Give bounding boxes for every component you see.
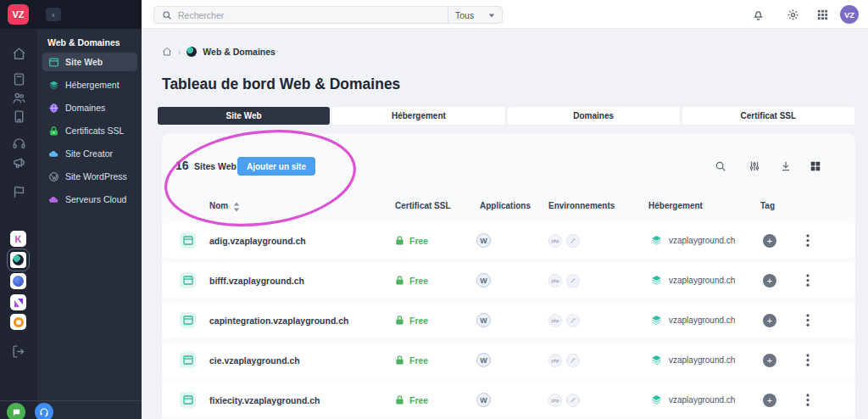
php-badge[interactable]: php bbox=[548, 314, 562, 327]
app-orange-ring-icon[interactable] bbox=[10, 314, 26, 330]
app-web-domains-icon[interactable] bbox=[10, 252, 26, 268]
table-row[interactable]: fixiecity.vzaplayground.ch Free W php vz… bbox=[162, 383, 855, 417]
announcement-megaphone-icon[interactable] bbox=[9, 153, 28, 171]
pencil-badge-icon[interactable] bbox=[566, 354, 580, 367]
php-badge[interactable]: php bbox=[548, 354, 562, 367]
table-row[interactable]: cie.vzaplayground.ch Free W php vzaplayg… bbox=[162, 343, 855, 377]
apps-grid-icon[interactable] bbox=[812, 4, 832, 25]
pencil-badge-icon[interactable] bbox=[566, 274, 580, 288]
feedback-flag-icon[interactable] bbox=[9, 182, 28, 201]
environments: php bbox=[548, 343, 580, 377]
application-wordpress[interactable]: W bbox=[476, 223, 491, 258]
logout-icon[interactable] bbox=[9, 342, 28, 360]
site-name[interactable]: cie.vzaplayground.ch bbox=[209, 343, 300, 377]
column-header-applications[interactable]: Applications bbox=[480, 201, 531, 210]
site-name[interactable]: bifff.vzaplayground.ch bbox=[209, 263, 304, 298]
column-header-nom[interactable]: Nom bbox=[209, 201, 228, 210]
search-scope-dropdown[interactable]: Tous bbox=[448, 7, 502, 23]
hosting[interactable]: vzaplayground.ch bbox=[651, 343, 735, 377]
hosting[interactable]: vzaplayground.ch bbox=[651, 383, 735, 417]
sidebar-item-site-web[interactable]: Site Web bbox=[42, 53, 137, 71]
organization-building-icon[interactable] bbox=[9, 107, 28, 126]
php-badge[interactable]: php bbox=[548, 234, 562, 248]
sidebar-item-site-creator[interactable]: Site Creator bbox=[42, 144, 137, 163]
table-download-icon[interactable] bbox=[776, 156, 796, 176]
add-tag-icon[interactable]: + bbox=[763, 314, 776, 327]
settings-gear-icon[interactable] bbox=[782, 4, 803, 25]
ssl-lock-icon bbox=[395, 315, 404, 326]
app-purple-shapes-icon[interactable] bbox=[10, 294, 26, 310]
add-tag-icon[interactable]: + bbox=[763, 234, 776, 248]
tab-site-web[interactable]: Site Web bbox=[158, 107, 330, 125]
site-name[interactable]: fixiecity.vzaplayground.ch bbox=[209, 383, 320, 417]
application-wordpress[interactable]: W bbox=[476, 303, 491, 338]
sidebar-item-site-wordpress[interactable]: Site WordPress bbox=[42, 167, 137, 186]
global-search[interactable]: Tous bbox=[153, 6, 503, 24]
add-tag-icon[interactable]: + bbox=[763, 274, 776, 288]
chat-button[interactable] bbox=[7, 403, 25, 419]
environments: php bbox=[548, 383, 580, 417]
php-badge[interactable]: php bbox=[548, 394, 562, 407]
row-menu-icon[interactable] bbox=[802, 303, 814, 338]
app-kdrive-icon[interactable]: K bbox=[10, 231, 26, 247]
application-wordpress[interactable]: W bbox=[476, 263, 491, 298]
billing-calculator-icon[interactable] bbox=[9, 70, 28, 88]
table-row[interactable]: capintegration.vzaplayground.ch Free W p… bbox=[162, 303, 855, 338]
add-tag-icon[interactable]: + bbox=[763, 354, 776, 367]
sidebar-item-certificats-ssl[interactable]: Certificats SSL bbox=[42, 121, 137, 140]
home-icon[interactable] bbox=[9, 44, 28, 63]
row-menu-icon[interactable] bbox=[802, 263, 814, 298]
sidebar-item-hebergement[interactable]: Hébergement bbox=[42, 75, 137, 94]
php-badge[interactable]: php bbox=[548, 274, 562, 288]
table-filter-icon[interactable] bbox=[744, 156, 765, 176]
support-headset-icon[interactable] bbox=[9, 134, 28, 153]
column-header-tag[interactable]: Tag bbox=[760, 201, 775, 210]
notifications-bell-icon[interactable] bbox=[748, 4, 768, 25]
table-search-icon[interactable] bbox=[710, 156, 731, 176]
application-wordpress[interactable]: W bbox=[476, 383, 491, 417]
hosting[interactable]: vzaplayground.ch bbox=[651, 223, 735, 258]
search-input[interactable] bbox=[178, 10, 432, 20]
breadcrumb-product-icon bbox=[186, 47, 197, 57]
tag-cell: + bbox=[763, 343, 776, 377]
sidebar-collapse-button[interactable]: ‹ bbox=[46, 8, 61, 21]
application-wordpress[interactable]: W bbox=[476, 343, 491, 377]
add-site-button[interactable]: Ajouter un site bbox=[237, 157, 315, 176]
row-menu-icon[interactable] bbox=[802, 223, 814, 258]
wordpress-badge-icon: W bbox=[476, 313, 491, 327]
hosting[interactable]: vzaplayground.ch bbox=[651, 303, 735, 338]
breadcrumb-current[interactable]: Web & Domaines bbox=[203, 47, 275, 57]
table-row[interactable]: adig.vzaplayground.ch Free W php vzaplay… bbox=[162, 223, 855, 258]
pencil-badge-icon[interactable] bbox=[566, 314, 580, 327]
assistance-button[interactable] bbox=[35, 403, 53, 419]
user-avatar[interactable]: VZ bbox=[840, 5, 859, 24]
row-menu-icon[interactable] bbox=[802, 383, 814, 417]
sort-icon[interactable] bbox=[233, 202, 240, 212]
tab-hebergement[interactable]: Hébergement bbox=[332, 107, 504, 125]
hosting[interactable]: vzaplayground.ch bbox=[651, 263, 735, 298]
site-name[interactable]: adig.vzaplayground.ch bbox=[209, 223, 306, 258]
breadcrumb-home-icon[interactable] bbox=[162, 47, 172, 57]
table-grid-view-icon[interactable] bbox=[805, 156, 826, 176]
pencil-badge-icon[interactable] bbox=[566, 394, 580, 407]
hosting-name: vzaplayground.ch bbox=[669, 236, 735, 245]
column-header-environnements[interactable]: Environnements bbox=[548, 201, 615, 210]
add-tag-icon[interactable]: + bbox=[763, 394, 776, 407]
sidebar-item-serveurs-cloud[interactable]: Serveurs Cloud bbox=[42, 190, 137, 209]
brand-logo[interactable]: VZ bbox=[8, 4, 29, 25]
site-name[interactable]: capintegration.vzaplayground.ch bbox=[209, 303, 349, 338]
column-header-ssl[interactable]: Certificat SSL bbox=[395, 201, 451, 210]
table-row[interactable]: bifff.vzaplayground.ch Free W php vzapla… bbox=[162, 263, 855, 298]
column-header-hebergement[interactable]: Hébergement bbox=[648, 201, 703, 210]
pencil-badge-icon[interactable] bbox=[566, 234, 580, 248]
tab-domaines[interactable]: Domaines bbox=[508, 107, 680, 125]
sites-count-label: Sites Web bbox=[194, 161, 236, 171]
hosting-stack-icon bbox=[651, 275, 662, 286]
ssl-status: Free bbox=[395, 383, 428, 417]
tab-certificat-ssl[interactable]: Certificat SSL bbox=[682, 107, 854, 125]
sidebar-item-domaines[interactable]: Domaines bbox=[42, 98, 137, 117]
row-menu-icon[interactable] bbox=[802, 343, 814, 377]
app-blue-sphere-icon[interactable] bbox=[10, 273, 26, 289]
users-icon[interactable] bbox=[9, 88, 28, 107]
ssl-status: Free bbox=[395, 303, 428, 338]
